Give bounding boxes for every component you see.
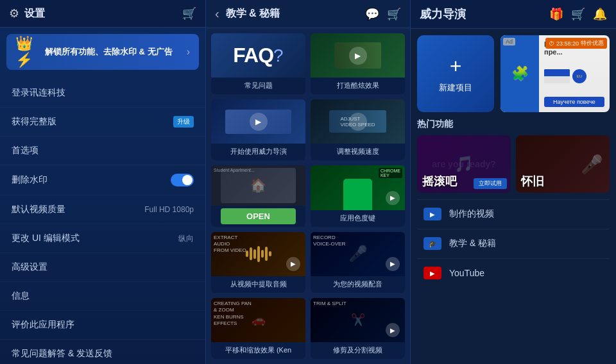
chroma-label: CHROMEKEY — [379, 168, 402, 178]
top-section: + 新建项目 Ad ⏱ 23:58:20 特价优惠 🧩 Разрешение з… — [417, 35, 610, 112]
nav-youtube-label: YouTube — [449, 268, 603, 278]
start-thumbnail: ▶ — [211, 99, 305, 144]
grid-item-speed[interactable]: ADJUSTVIDEO SPEED 调整视频速度 — [311, 99, 405, 160]
play-icon-7: ▶ — [386, 323, 400, 337]
promo-banner[interactable]: 👑⚡ 解锁所有功能、去除水印 & 无广告 › — [6, 34, 199, 70]
voiceover-label: 为您的视频配音 — [311, 276, 405, 293]
voiceover-content: RECORDVOICE-OVER 🎤 ▶ — [311, 232, 405, 276]
chat-icon[interactable]: 💬 — [365, 7, 379, 21]
menu-item-rate[interactable]: 评价此应用程序 — [0, 311, 205, 340]
settings-icon: ⚙ — [9, 6, 19, 21]
grid-item-cool[interactable]: ▶ 打造酷炫效果 — [311, 33, 405, 94]
tutorial-icon: 🎓 — [424, 237, 441, 250]
right-header-title: 威力导演 — [420, 6, 549, 22]
tutorial-grid: FAQ ? 常见问题 ▶ 打造酷炫效果 ▶ — [206, 28, 410, 364]
menu-pref-label: 首选项 — [12, 145, 194, 156]
hot-section-title: 热门功能 — [417, 119, 610, 130]
plus-icon: + — [450, 54, 462, 78]
grid-item-apartment[interactable]: Student Apartment... 🏠 OPEN — [211, 165, 305, 226]
eu-circle: EU — [572, 69, 586, 83]
menu-quality-label: 默认视频质量 — [12, 204, 139, 215]
video-icon: ▶ — [430, 211, 435, 218]
trim-text: TRIM & SPLIT — [313, 301, 346, 307]
play-icon: ▶ — [349, 47, 367, 65]
open-button[interactable]: OPEN — [221, 208, 296, 224]
upgrade-badge: 升级 — [173, 116, 194, 128]
timer-badge: ⏱ 23:58:20 特价优惠 — [545, 38, 607, 49]
right-panel: 威力导演 🎁 🛒 🔔 + 新建项目 Ad ⏱ 23:58:20 特价优惠 — [411, 0, 616, 364]
ad-flag-row: EU — [544, 69, 604, 83]
menu-item-video-quality[interactable]: 默认视频质量 Full HD 1080p — [0, 195, 205, 224]
menu-list: 登录讯连科技 获得完整版 升级 首选项 删除水印 默认视频质量 Full HD … — [0, 76, 205, 364]
bell-icon[interactable]: 🔔 — [593, 7, 607, 21]
left-header: ⚙ 设置 🛒 — [0, 0, 205, 28]
grid-item-chroma[interactable]: CHROMEKEY ▶ 应用色度键 — [311, 165, 405, 226]
extract-text: EXTRACTAUDIOFROM VIDEO — [214, 235, 246, 254]
mid-cart-icon[interactable]: 🛒 — [387, 7, 401, 21]
right-cart-icon[interactable]: 🛒 — [571, 7, 585, 21]
menu-ui-label: 更改 UI 编辑模式 — [12, 233, 173, 244]
apt-label: Student Apartment... — [214, 168, 255, 172]
menu-item-faq[interactable]: 常见问题解答 & 发送反馈 — [0, 340, 205, 364]
try-button[interactable]: 立即试用 — [474, 178, 507, 189]
menu-item-login[interactable]: 登录讯连科技 — [0, 79, 205, 108]
back-button[interactable]: ‹ — [215, 6, 219, 21]
grid-item-extract[interactable]: EXTRACTAUDIOFROM VIDEO ▶ 从视频中提取音频 — [211, 232, 305, 293]
promo-icon: 👑⚡ — [15, 40, 38, 63]
featured-card-disco[interactable]: are you ready? 🎵 摇滚吧 立即试用 — [417, 135, 511, 193]
mid-header-title: 教学 & 秘籍 — [226, 7, 365, 21]
grid-item-pan[interactable]: CREATING PAN& ZOOMKEN BURNSEFFECTS 🚗 平移和… — [211, 298, 305, 359]
nav-produced[interactable]: ▶ 制作的视频 — [417, 199, 610, 228]
waveform — [246, 244, 271, 263]
nav-youtube[interactable]: ▶ YouTube — [417, 258, 610, 287]
extract-content: EXTRACTAUDIOFROM VIDEO ▶ — [211, 232, 305, 276]
menu-ui-value: 纵向 — [178, 233, 194, 244]
mid-header-icons: 💬 🛒 — [365, 7, 401, 21]
menu-item-info[interactable]: 信息 — [0, 282, 205, 311]
mid-header: ‹ 教学 & 秘籍 💬 🛒 — [206, 0, 410, 28]
featured-card-retro[interactable]: 🎤 怀旧 — [516, 135, 610, 193]
left-panel: ⚙ 设置 🛒 👑⚡ 解锁所有功能、去除水印 & 无广告 › 登录讯连科技 获得完… — [0, 0, 205, 364]
nav-tutorial[interactable]: 🎓 教学 & 秘籍 — [417, 229, 610, 258]
menu-item-full-version[interactable]: 获得完整版 升级 — [0, 108, 205, 136]
trim-content: TRIM & SPLIT ✂️ ▶ — [311, 298, 405, 342]
gift-icon[interactable]: 🎁 — [549, 7, 563, 21]
grid-item-voiceover[interactable]: RECORDVOICE-OVER 🎤 ▶ 为您的视频配音 — [311, 232, 405, 293]
start-label: 开始使用威力导演 — [211, 144, 305, 160]
ad-icon-area: 🧩 — [501, 35, 539, 112]
produced-icon: ▶ — [424, 208, 441, 220]
trim-label: 修剪及分割视频 — [311, 342, 405, 359]
grid-item-faq[interactable]: FAQ ? 常见问题 — [211, 33, 305, 94]
youtube-icon-bg: ▶ — [424, 267, 441, 279]
right-header-icons: 🎁 🛒 🔔 — [549, 7, 607, 21]
menu-item-advanced[interactable]: 高级设置 — [0, 253, 205, 282]
grid-item-trim[interactable]: TRIM & SPLIT ✂️ ▶ 修剪及分割视频 — [311, 298, 405, 359]
apt-content: Student Apartment... 🏠 — [211, 165, 305, 205]
menu-faq-label: 常见问题解答 & 发送反馈 — [12, 348, 194, 360]
faq-text: FAQ — [233, 44, 273, 67]
promo-arrow-icon: › — [187, 46, 190, 58]
pan-content: CREATING PAN& ZOOMKEN BURNSEFFECTS 🚗 — [211, 298, 305, 342]
ad-cta-button[interactable]: Научете повече — [544, 97, 604, 107]
grid-item-start[interactable]: ▶ 开始使用威力导演 — [211, 99, 305, 160]
nav-list: ▶ 制作的视频 🎓 教学 & 秘籍 ▶ YouTube — [417, 199, 610, 287]
left-cart-icon[interactable]: 🛒 — [182, 6, 196, 21]
trim-thumbnail: TRIM & SPLIT ✂️ ▶ — [311, 298, 405, 342]
menu-item-preferences[interactable]: 首选项 — [0, 136, 205, 165]
right-header: 威力导演 🎁 🛒 🔔 — [411, 0, 616, 29]
ad-block: Ad ⏱ 23:58:20 特价优惠 🧩 Разрешение за пре..… — [501, 35, 610, 112]
menu-item-watermark[interactable]: 删除水印 — [0, 165, 205, 195]
bulgaria-flag — [544, 69, 570, 83]
menu-item-ui-mode[interactable]: 更改 UI 编辑模式 纵向 — [0, 224, 205, 253]
new-project-button[interactable]: + 新建项目 — [417, 35, 494, 112]
nav-produced-label: 制作的视频 — [449, 208, 603, 220]
menu-info-label: 信息 — [12, 290, 194, 302]
watermark-toggle[interactable] — [171, 174, 194, 186]
featured-row: are you ready? 🎵 摇滚吧 立即试用 🎤 怀旧 — [417, 135, 610, 193]
faq-mark: ? — [273, 46, 284, 66]
nav-tutorial-label: 教学 & 秘籍 — [449, 238, 603, 249]
chroma-thumbnail: CHROMEKEY ▶ — [311, 165, 405, 210]
disco-label: 摇滚吧 — [422, 174, 457, 189]
youtube-play-icon: ▶ — [430, 270, 435, 277]
pan-thumbnail: CREATING PAN& ZOOMKEN BURNSEFFECTS 🚗 — [211, 298, 305, 342]
